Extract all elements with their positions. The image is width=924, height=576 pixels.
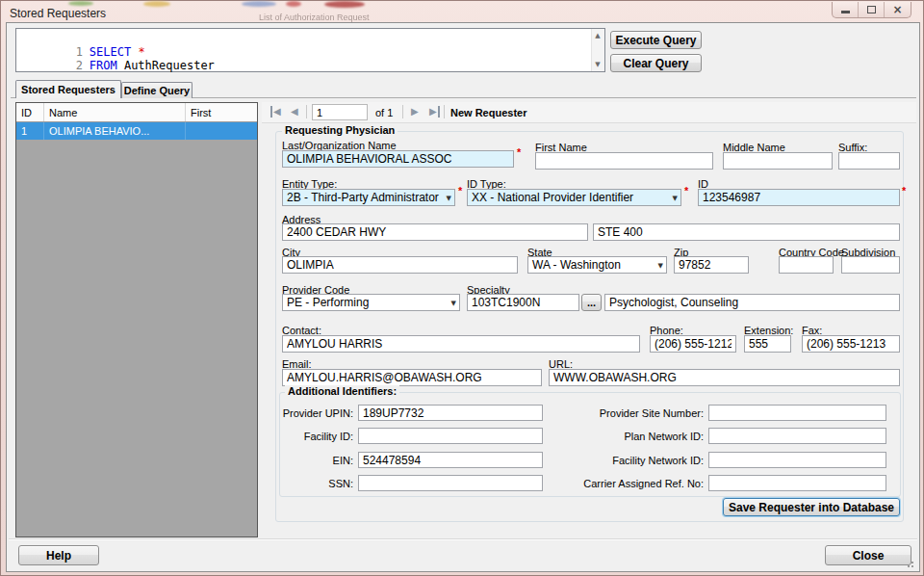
provider-upin-label: Provider UPIN: [282,407,353,419]
extension-input[interactable] [744,335,791,353]
address-line1-input[interactable] [282,223,588,241]
url-input[interactable] [549,369,900,386]
facility-id-label: Facility ID: [282,431,353,442]
groupbox-title: Requesting Physician [282,124,398,136]
required-asterisk: * [458,185,462,196]
subdivision-input[interactable] [841,256,900,274]
provider-upin-input[interactable] [358,405,543,421]
sql-keyword: FROM [90,59,124,72]
last-org-input[interactable] [282,150,514,168]
specialty-name-input[interactable] [604,294,900,311]
zip-input[interactable] [674,256,749,274]
required-asterisk: * [517,146,521,158]
tab-define-query[interactable]: Define Query [121,82,192,98]
col-header-id[interactable]: ID [16,103,44,121]
state-select[interactable]: WA - Washington ▼ [527,256,667,274]
toolbar-separator [402,105,403,118]
cell-id: 1 [16,122,44,140]
scroll-up-icon[interactable]: ▲ [592,30,603,41]
provider-site-number-label: Provider Site Number: [542,407,704,419]
new-requester-button[interactable]: New Requester [450,107,526,118]
city-input[interactable] [282,256,518,274]
provider-code-value: PE - Performing [287,296,369,309]
restore-icon [867,6,876,13]
plan-network-id-label: Plan Network ID: [542,431,704,442]
move-previous-icon[interactable]: ◀ [291,106,298,118]
contact-input[interactable] [282,335,640,353]
country-code-input[interactable] [779,256,834,274]
editor-scrollbar[interactable]: ▲ ▼ [591,29,604,71]
first-name-input[interactable] [535,152,713,170]
window-title: Stored Requesters [10,7,106,20]
middle-name-input[interactable] [723,152,833,170]
id-input[interactable] [698,189,900,206]
record-position-input[interactable] [312,104,368,120]
record-navigator: ◀ ◀ of 1 ▶ ▶ New Requester [262,102,916,123]
specialty-code-input[interactable] [467,294,579,311]
ssn-label: SSN: [282,478,353,489]
execute-query-button[interactable]: Execute Query [610,31,702,49]
facility-network-id-input[interactable] [708,452,886,468]
address-line2-input[interactable] [593,223,900,241]
plan-network-id-input[interactable] [708,428,886,444]
dialog-client-area: 1SELECT * 2FROM AuthRequester ▲ ▼ Execut… [6,22,920,572]
minimize-button[interactable] [833,2,859,17]
move-next-icon[interactable]: ▶ [411,106,419,118]
specialty-browse-button[interactable]: ... [581,294,602,311]
required-asterisk: * [684,185,688,196]
chevron-down-icon: ▼ [673,195,678,202]
id-type-select[interactable]: XX - National Provider Identifier ▼ [467,189,681,206]
record-count-label: of 1 [375,107,393,118]
phone-input[interactable] [650,335,736,353]
requesters-table[interactable]: ID Name First 1 OLIMPIA BEHAVIO... [15,102,258,537]
carrier-assigned-ref-label: Carrier Assigned Ref. No: [542,478,704,489]
fax-input[interactable] [802,335,900,353]
ein-label: EIN: [282,455,353,466]
bottom-separator [9,538,917,540]
carrier-assigned-ref-input[interactable] [708,475,886,491]
sql-query-editor[interactable]: 1SELECT * 2FROM AuthRequester ▲ ▼ [15,28,605,72]
suffix-input[interactable] [838,152,900,170]
toolbar-separator [306,105,307,118]
additional-identifiers-title: Additional Identifiers: [285,385,399,397]
col-header-first[interactable]: First [186,103,257,121]
close-icon: × [892,4,902,15]
clear-query-button[interactable]: Clear Query [610,54,702,72]
save-requester-button[interactable]: Save Requester into Database [723,498,900,516]
titlebar[interactable]: Stored Requesters × [1,1,923,22]
restore-button[interactable] [859,2,885,17]
move-last-icon[interactable]: ▶ [429,106,440,118]
help-button[interactable]: Help [18,545,99,565]
col-header-name[interactable]: Name [44,103,186,121]
provider-code-select[interactable]: PE - Performing ▼ [282,294,460,311]
state-value: WA - Washington [532,258,621,272]
entity-type-value: 2B - Third-Party Administrator [287,191,439,204]
email-input[interactable] [282,369,542,386]
entity-type-select[interactable]: 2B - Third-Party Administrator ▼ [282,189,455,206]
dialog-window: List of Authorization Request Stored Req… [0,0,924,576]
tab-stored-requesters[interactable]: Stored Requesters [15,80,121,98]
resize-grip[interactable] [907,559,916,568]
window-controls: × [832,2,911,18]
ssn-input[interactable] [358,475,543,491]
table-row[interactable]: 1 OLIMPIA BEHAVIO... [16,122,257,140]
required-asterisk: * [902,185,906,196]
table-header: ID Name First [16,103,257,122]
facility-id-input[interactable] [358,428,543,444]
facility-network-id-label: Facility Network ID: [542,455,704,466]
chevron-down-icon: ▼ [451,300,456,307]
close-button[interactable]: Close [825,545,911,565]
close-window-button[interactable]: × [885,2,911,17]
id-type-value: XX - National Provider Identifier [472,191,633,204]
cell-first [186,122,257,140]
toolbar-separator [444,105,445,118]
chevron-down-icon: ▼ [658,262,663,270]
sql-token: AuthRequester [124,59,215,72]
provider-site-number-input[interactable] [708,405,886,421]
ein-input[interactable] [358,452,543,468]
chevron-down-icon: ▼ [447,195,451,202]
cell-name: OLIMPIA BEHAVIO... [44,122,186,140]
line-number: 2 [76,59,90,72]
scroll-down-icon[interactable]: ▼ [592,59,603,70]
move-first-icon[interactable]: ◀ [270,106,281,118]
